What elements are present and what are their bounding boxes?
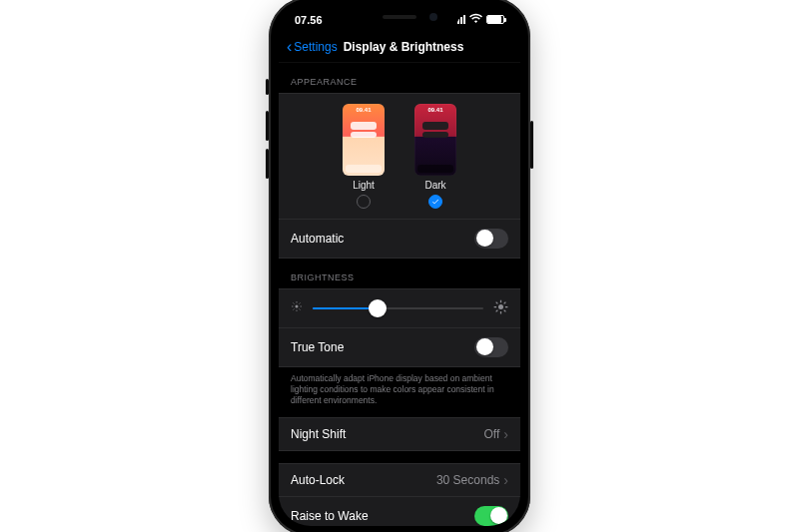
chevron-right-icon: › bbox=[503, 473, 508, 487]
radio-dark[interactable] bbox=[428, 195, 442, 209]
volume-up-button[interactable] bbox=[266, 111, 269, 141]
brightness-thumb[interactable] bbox=[369, 299, 387, 317]
svg-point-9 bbox=[498, 304, 503, 309]
lock-wake-group: Auto-Lock 30 Seconds › Raise to Wake bbox=[279, 463, 520, 526]
svg-line-8 bbox=[294, 309, 295, 310]
page-title: Display & Brightness bbox=[344, 40, 464, 54]
content: ‹ Settings Display & Brightness APPEARAN… bbox=[279, 7, 520, 526]
raise-to-wake-toggle[interactable] bbox=[474, 506, 508, 526]
auto-lock-value: 30 Seconds bbox=[436, 473, 499, 487]
brightness-group: True Tone bbox=[279, 288, 520, 367]
theme-thumbnail-light: 09.41 bbox=[343, 104, 385, 176]
true-tone-note: Automatically adapt iPhone display based… bbox=[279, 367, 520, 417]
svg-line-5 bbox=[294, 303, 295, 304]
svg-line-17 bbox=[496, 309, 498, 311]
svg-line-7 bbox=[300, 303, 301, 304]
thumb-time: 09.41 bbox=[414, 107, 456, 113]
screen: 07.56 ‹ Settings Display & Brightness AP… bbox=[279, 7, 520, 526]
navbar: ‹ Settings Display & Brightness bbox=[279, 33, 520, 63]
brightness-slider[interactable] bbox=[313, 300, 483, 316]
back-label: Settings bbox=[294, 40, 337, 54]
svg-line-6 bbox=[300, 309, 301, 310]
theme-option-dark[interactable]: 09.41 Dark bbox=[414, 104, 456, 209]
appearance-group: 09.41 Light 09.41 Dark bbox=[279, 93, 520, 259]
automatic-label: Automatic bbox=[291, 232, 344, 246]
chevron-left-icon: ‹ bbox=[287, 39, 292, 55]
theme-label-light: Light bbox=[353, 180, 375, 191]
power-button[interactable] bbox=[530, 121, 533, 169]
raise-to-wake-label: Raise to Wake bbox=[291, 509, 369, 523]
brightness-low-icon bbox=[291, 300, 303, 315]
mute-switch[interactable] bbox=[266, 79, 269, 95]
svg-point-0 bbox=[296, 305, 299, 308]
wifi-icon bbox=[469, 13, 482, 25]
theme-option-light[interactable]: 09.41 Light bbox=[343, 104, 385, 209]
battery-icon bbox=[486, 15, 504, 24]
appearance-selector: 09.41 Light 09.41 Dark bbox=[279, 94, 520, 219]
auto-lock-label: Auto-Lock bbox=[291, 473, 345, 487]
svg-line-15 bbox=[504, 309, 506, 311]
svg-line-14 bbox=[496, 301, 498, 303]
radio-light[interactable] bbox=[357, 195, 371, 209]
row-raise-to-wake: Raise to Wake bbox=[279, 496, 520, 526]
night-shift-value: Off bbox=[484, 427, 500, 441]
section-header-brightness: BRIGHTNESS bbox=[279, 259, 520, 288]
automatic-toggle[interactable] bbox=[474, 229, 508, 249]
row-auto-lock[interactable]: Auto-Lock 30 Seconds › bbox=[279, 464, 520, 496]
svg-line-16 bbox=[504, 301, 506, 303]
row-true-tone: True Tone bbox=[279, 327, 520, 366]
true-tone-toggle[interactable] bbox=[474, 337, 508, 357]
night-shift-label: Night Shift bbox=[291, 427, 346, 441]
iphone-frame: 07.56 ‹ Settings Display & Brightness AP… bbox=[269, 0, 530, 532]
back-button[interactable]: ‹ Settings bbox=[287, 39, 338, 55]
notch bbox=[340, 7, 459, 29]
checkmark-icon bbox=[431, 198, 439, 206]
true-tone-label: True Tone bbox=[291, 340, 344, 354]
status-time: 07.56 bbox=[295, 14, 323, 26]
row-brightness-slider bbox=[279, 289, 520, 327]
brightness-high-icon bbox=[493, 299, 508, 317]
night-shift-group: Night Shift Off › bbox=[279, 417, 520, 451]
section-header-appearance: APPEARANCE bbox=[279, 63, 520, 93]
row-night-shift[interactable]: Night Shift Off › bbox=[279, 418, 520, 450]
thumb-time: 09.41 bbox=[343, 107, 385, 113]
theme-thumbnail-dark: 09.41 bbox=[414, 104, 456, 176]
theme-label-dark: Dark bbox=[424, 180, 445, 191]
volume-down-button[interactable] bbox=[266, 149, 269, 179]
chevron-right-icon: › bbox=[503, 427, 508, 441]
row-automatic: Automatic bbox=[279, 219, 520, 258]
